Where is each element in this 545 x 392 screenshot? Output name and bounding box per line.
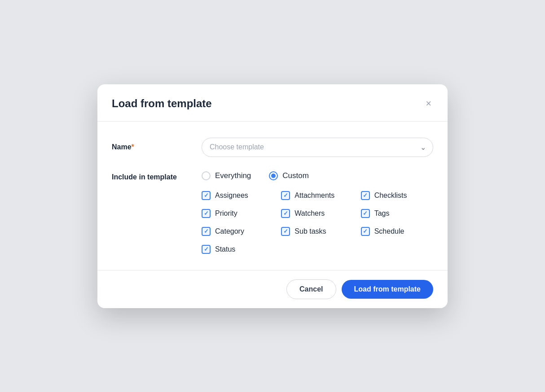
checkbox-watchers[interactable]: Watchers (281, 209, 353, 218)
checkbox-tags[interactable]: Tags (361, 209, 433, 218)
checkbox-sub-tasks[interactable]: Sub tasks (281, 227, 353, 236)
checkbox-schedule[interactable]: Schedule (361, 227, 433, 236)
checkboxes-grid: Assignees Attachments Checklists Pr (202, 191, 433, 254)
checkbox-tags-label: Tags (374, 209, 390, 218)
checkbox-checklists-box (361, 191, 370, 200)
checkbox-attachments-box (281, 191, 290, 200)
checkbox-checklists-label: Checklists (374, 192, 407, 200)
checkbox-status-box (202, 245, 211, 254)
checkbox-priority-label: Priority (215, 209, 237, 218)
radio-everything[interactable]: Everything (202, 171, 251, 180)
name-row: Name* ⌄ Choose template (112, 138, 433, 157)
checkbox-category[interactable]: Category (202, 227, 274, 236)
include-options: Everything Custom Assignees (202, 171, 433, 254)
checkbox-attachments-label: Attachments (294, 192, 334, 200)
dialog-footer: Cancel Load from template (97, 270, 448, 308)
dialog-overlay: Load from template × Name* ⌄ (0, 0, 545, 392)
checkbox-priority[interactable]: Priority (202, 209, 274, 218)
checkbox-status[interactable]: Status (202, 245, 274, 254)
load-from-template-button[interactable]: Load from template (342, 280, 433, 299)
dialog: Load from template × Name* ⌄ (97, 84, 448, 308)
template-select[interactable] (202, 138, 433, 157)
radio-custom-label: Custom (282, 171, 309, 180)
checkbox-category-box (202, 227, 211, 236)
checkbox-watchers-box (281, 209, 290, 218)
checkbox-assignees[interactable]: Assignees (202, 191, 274, 200)
checkbox-sub-tasks-label: Sub tasks (294, 227, 326, 235)
radio-custom-circle (269, 171, 278, 180)
checkbox-checklists[interactable]: Checklists (361, 191, 433, 200)
radio-everything-circle (202, 171, 211, 180)
checkbox-schedule-label: Schedule (374, 227, 404, 235)
dialog-body: Name* ⌄ Choose template Include in templ… (97, 122, 448, 270)
name-label: Name* (112, 138, 202, 151)
dialog-header: Load from template × (97, 84, 448, 121)
include-row: Include in template Everything Custom (112, 171, 433, 254)
include-label: Include in template (112, 171, 202, 181)
radio-row: Everything Custom (202, 171, 433, 180)
cancel-button[interactable]: Cancel (286, 279, 336, 299)
name-control: ⌄ Choose template (202, 138, 433, 157)
checkbox-priority-box (202, 209, 211, 218)
required-star: * (132, 143, 134, 151)
checkbox-assignees-box (202, 191, 211, 200)
checkbox-category-label: Category (215, 227, 244, 235)
checkbox-sub-tasks-box (281, 227, 290, 236)
checkbox-status-label: Status (215, 245, 235, 253)
checkbox-assignees-label: Assignees (215, 192, 248, 200)
checkbox-attachments[interactable]: Attachments (281, 191, 353, 200)
checkbox-schedule-box (361, 227, 370, 236)
radio-custom[interactable]: Custom (269, 171, 309, 180)
close-icon: × (426, 99, 431, 109)
checkbox-tags-box (361, 209, 370, 218)
template-select-wrapper: ⌄ Choose template (202, 138, 433, 157)
radio-everything-label: Everything (215, 171, 251, 180)
close-button[interactable]: × (424, 97, 433, 110)
dialog-title: Load from template (112, 97, 212, 110)
checkbox-watchers-label: Watchers (294, 209, 325, 218)
